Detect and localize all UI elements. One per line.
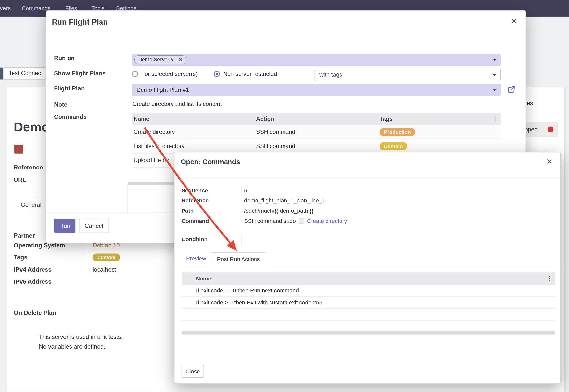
- sequence-value: 5: [244, 187, 247, 194]
- close-button[interactable]: Close: [182, 365, 204, 378]
- column-options-icon[interactable]: ⋮: [492, 115, 498, 122]
- right-text-fragment: es: [527, 100, 533, 107]
- tag-badge: Production: [380, 128, 415, 136]
- reference-label: Reference: [14, 164, 43, 171]
- checkbox[interactable]: [299, 218, 304, 224]
- table-row[interactable]: If exit code > 0 then Exit with custom e…: [182, 297, 555, 309]
- run-button[interactable]: Run: [54, 219, 75, 233]
- menu-servers-partial[interactable]: vers: [0, 0, 11, 17]
- header-name[interactable]: Name: [195, 275, 555, 282]
- header-tags[interactable]: Tags: [380, 116, 501, 122]
- field-separator: [241, 186, 241, 195]
- edge-button-fragment[interactable]: [0, 68, 3, 80]
- on-delete-plan-label: On Delete Plan: [14, 309, 56, 316]
- radio-selected-servers[interactable]: [132, 71, 138, 77]
- chip-remove-icon[interactable]: ✕: [179, 57, 183, 62]
- note-label: Note: [54, 101, 67, 108]
- with-tags-value: with tags: [319, 71, 342, 78]
- cancel-button[interactable]: Cancel: [79, 219, 109, 233]
- flight-plan-value: Demo Flight Plan #1: [136, 87, 189, 93]
- ipv4-value: localhost: [93, 266, 116, 273]
- column-options-icon[interactable]: ⋮: [546, 275, 552, 282]
- close-icon[interactable]: ✕: [546, 157, 552, 166]
- row-name: List files in directory: [132, 143, 256, 150]
- radio-non-server-restricted[interactable]: [214, 71, 220, 77]
- run-modal-title: Run Flight Plan: [52, 18, 108, 26]
- server-chip-label: Demo Server #1: [138, 56, 177, 62]
- url-label: URL: [14, 176, 26, 183]
- reference-value: demo_flight_plan_1_plan_line_1: [244, 197, 325, 204]
- post-run-actions-table: Name ⋮ If exit code == 0 then Run next c…: [182, 272, 555, 321]
- commands-modal-title: Open: Commands: [181, 158, 240, 166]
- radio-non-server-restricted-label[interactable]: Non server restricted: [223, 71, 277, 77]
- table-row[interactable]: Create directory SSH command Production: [132, 125, 501, 140]
- run-on-label: Run on: [54, 55, 75, 62]
- run-on-server-select[interactable]: Demo Server #1✕: [132, 54, 501, 66]
- row-name: Create directory: [132, 129, 256, 135]
- tab-general[interactable]: General: [14, 198, 48, 212]
- screen: vers Commands Files Tools Settings Test …: [0, 0, 569, 392]
- tags-label: Tags: [14, 254, 27, 261]
- close-icon[interactable]: ✕: [511, 17, 517, 26]
- commands-table-header: Name Action Tags ⋮: [132, 113, 501, 125]
- no-variables-note: No variables are defined.: [39, 343, 105, 350]
- caret-down-icon: [492, 74, 496, 76]
- open-commands-modal: Open: Commands ✕ Sequence 5 Reference de…: [174, 152, 561, 384]
- external-link-icon[interactable]: [507, 85, 516, 94]
- modal-header-divider: [46, 33, 526, 33]
- unit-test-note: This server is used in unit tests.: [39, 333, 123, 340]
- row-action: SSH command: [256, 143, 380, 150]
- create-directory-link[interactable]: Create directory: [307, 218, 347, 224]
- command-text: SSH command sudo: [244, 218, 296, 224]
- caret-down-icon: [493, 59, 497, 61]
- header-name[interactable]: Name: [132, 116, 256, 122]
- tab-post-run-actions[interactable]: Post Run Actions: [211, 252, 266, 266]
- tags-badge: Custom: [93, 253, 120, 261]
- path-label: Path: [182, 208, 194, 214]
- field-separator: [241, 236, 241, 245]
- color-swatch[interactable]: [14, 145, 23, 153]
- modal-header-divider: [174, 177, 560, 177]
- condition-label: Condition: [182, 236, 208, 243]
- reference-label: Reference: [182, 197, 209, 204]
- server-title: Demo: [14, 120, 49, 134]
- commands-label: Commands: [54, 113, 87, 120]
- post-run-actions-header: Name ⋮: [182, 272, 555, 285]
- table-row[interactable]: If exit code == 0 then Run next command: [182, 285, 555, 297]
- server-chip[interactable]: Demo Server #1✕: [134, 55, 186, 64]
- row-action: SSH command: [256, 129, 380, 135]
- flight-plan-select[interactable]: Demo Flight Plan #1: [132, 84, 501, 96]
- with-tags-select[interactable]: with tags: [315, 69, 501, 81]
- path-value: /such/much/{{ demo_path }}: [244, 208, 313, 214]
- table-row[interactable]: List files in directory SSH command Cust…: [132, 139, 501, 154]
- tab-preview[interactable]: Preview: [186, 255, 206, 262]
- horizontal-scrollbar[interactable]: [182, 331, 555, 335]
- command-label: Command: [182, 218, 209, 224]
- sequence-label: Sequence: [182, 187, 208, 194]
- header-action[interactable]: Action: [256, 116, 380, 122]
- sheet-border: [127, 183, 128, 212]
- radio-selected-servers-label[interactable]: For selected server(s): [141, 71, 198, 77]
- command-value: SSH command sudoCreate directory: [244, 218, 347, 224]
- tag-badge: Custom: [380, 142, 407, 150]
- flight-plan-description: Create directory and list its content: [132, 101, 222, 108]
- caret-down-icon: [493, 89, 497, 91]
- ipv4-label: IPv4 Address: [14, 266, 52, 273]
- partner-label: Partner: [14, 232, 35, 239]
- status-dot-icon: [548, 126, 554, 132]
- field-divider: [87, 231, 87, 325]
- ipv6-label: IPv6 Address: [14, 278, 52, 285]
- show-flight-plans-label: Show Flight Plans: [54, 70, 106, 77]
- flight-plan-label: Flight Plan: [54, 85, 85, 92]
- table-row-empty[interactable]: [182, 309, 555, 321]
